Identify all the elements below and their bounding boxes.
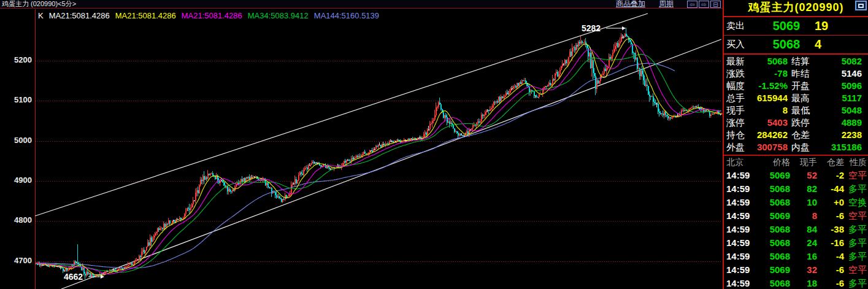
tape-nature: 多平	[845, 236, 868, 250]
tape-time: 14:59	[724, 182, 756, 196]
tape-time: 14:59	[724, 250, 756, 263]
quote-label: 外盘	[724, 141, 752, 153]
tape-nature: 空平	[845, 209, 868, 223]
tape-time: 14:59	[724, 277, 756, 289]
quote-value: 5048	[824, 104, 863, 117]
chart-canvas[interactable]: 52824662	[0, 9, 723, 289]
tape-position-change: -38	[818, 223, 845, 236]
quote-label: 昨结	[789, 67, 824, 80]
panel-title: 鸡蛋主力(020990)	[748, 1, 843, 13]
tape-table-header: 北京价格现手仓差性质	[724, 156, 868, 169]
tape-position-change: -6	[818, 209, 845, 223]
quote-row: 涨停5403跌停4889	[724, 117, 868, 129]
tape-price: 5069	[756, 263, 791, 277]
svg-text:4662: 4662	[64, 272, 83, 282]
svg-text:5282: 5282	[582, 23, 601, 33]
quote-label: 仓差	[789, 129, 824, 141]
tape-position-change: -2	[818, 169, 845, 182]
tape-volume: 32	[791, 263, 818, 277]
quote-value: 315186	[824, 141, 863, 153]
quote-panel-header: 鸡蛋主力(020990)	[724, 0, 868, 17]
tape-nature: 多平	[845, 250, 868, 263]
tape-price: 5069	[756, 169, 791, 182]
tape-volume: 16	[791, 250, 818, 263]
tape-time: 14:59	[724, 263, 756, 277]
quote-row: 现手8最低5048	[724, 104, 868, 117]
tape-table: 14:59506952-2空平14:59506882-44多平14:595068…	[724, 169, 868, 289]
ask-quantity: 19	[815, 19, 828, 33]
ma-lines	[36, 39, 721, 276]
trend-channel	[35, 13, 721, 289]
tape-time: 14:59	[724, 169, 756, 182]
candles	[36, 28, 723, 279]
quote-value: 4889	[824, 117, 863, 129]
tape-position-change: -4	[818, 250, 845, 263]
forward-arrow-icon[interactable]: ⇨	[699, 1, 709, 8]
y-axis-label: 5100	[1, 95, 32, 104]
quote-row: 持仓284262仓差2238	[724, 129, 868, 141]
quote-label: 开盘	[789, 80, 824, 92]
quote-value: 615944	[752, 92, 789, 104]
ma-legend-item: MA21:5081.4286	[182, 11, 242, 20]
quote-row: 涨跌-78昨结5146	[724, 67, 868, 80]
maximize-icon[interactable]	[855, 1, 867, 10]
quote-label: 总手	[724, 92, 752, 104]
bid-row[interactable]: 买入 5068 4	[724, 36, 868, 55]
tape-row: 14:59506810+0空换	[724, 196, 868, 209]
chart-title: 鸡蛋主力 (020990)<5分>	[2, 0, 76, 9]
commodity-overlay-link[interactable]: 商品叠加	[616, 0, 645, 9]
window-titlebar: 鸡蛋主力 (020990)<5分> 商品叠加 周期 ⇦ ⇨ ⊟	[0, 0, 723, 9]
ma-legend-item: MA21:5081.4286	[49, 11, 110, 20]
quote-value: 5117	[824, 92, 863, 104]
bid-label: 买入	[724, 39, 758, 50]
candlestick-chart[interactable]: 52824662 KMA21:5081.4286MA21:5081.4286MA…	[0, 9, 723, 289]
period-link[interactable]: 周期	[659, 0, 674, 9]
tape-time: 14:59	[724, 236, 756, 250]
titlebar-icon-group: ⇦ ⇨ ⊟	[687, 1, 721, 8]
tape-header-cell: 北京	[724, 156, 756, 169]
tape-volume: 18	[791, 277, 818, 289]
tape-price: 5068	[756, 182, 791, 196]
ma-legend-item: MA21:5081.4286	[115, 11, 176, 20]
quote-label: 最低	[789, 104, 824, 117]
tape-price: 5068	[756, 223, 791, 236]
quote-value: 5146	[824, 67, 863, 80]
back-arrow-icon[interactable]: ⇦	[687, 1, 697, 8]
tape-volume: 10	[791, 196, 818, 209]
quote-label: 涨停	[724, 117, 752, 129]
tape-header-cell: 性质	[845, 156, 868, 169]
quote-value: 300758	[752, 141, 789, 153]
quote-value: 284262	[752, 129, 789, 141]
tape-position-change: +0	[818, 196, 845, 209]
quote-panel: 鸡蛋主力(020990) 卖出 5069 19 买入 5068 4 最新5068…	[723, 0, 868, 289]
quote-row: 幅度-1.52%开盘5096	[724, 80, 868, 92]
bid-price: 5068	[758, 37, 815, 52]
quote-value: 5082	[824, 55, 863, 67]
tape-position-change: -44	[818, 182, 845, 196]
ask-row[interactable]: 卖出 5069 19	[724, 17, 868, 36]
tape-volume: 24	[791, 236, 818, 250]
tape-price: 5068	[756, 196, 791, 209]
y-axis-label: 5200	[1, 55, 32, 64]
ma-legend-item: MA144:5160.5139	[314, 11, 379, 20]
ma-legend-item: MA34:5083.9412	[248, 11, 309, 20]
tape-volume: 84	[791, 223, 818, 236]
tape-row: 14:59506882-44多平	[724, 182, 868, 196]
tape-row: 14:59506816-4多平	[724, 250, 868, 263]
titlebar-tools: 商品叠加 周期 ⇦ ⇨ ⊟	[616, 0, 721, 9]
tape-nature: 空换	[845, 196, 868, 209]
quote-value: 8	[752, 104, 789, 117]
tape-price: 5068	[756, 250, 791, 263]
window-split-icon[interactable]: ⊟	[710, 1, 721, 8]
tape-price: 5068	[756, 277, 791, 289]
y-axis-label: 4900	[1, 175, 32, 185]
tape-nature: 多平	[845, 223, 868, 236]
quote-summary-grid: 最新5068结算5082涨跌-78昨结5146幅度-1.52%开盘5096总手6…	[724, 55, 868, 156]
quote-row: 最新5068结算5082	[724, 55, 868, 67]
ask-price: 5069	[758, 19, 815, 33]
tape-header-cell: 仓差	[818, 156, 845, 169]
quote-value: 5403	[752, 117, 789, 129]
ask-label: 卖出	[724, 20, 758, 32]
tape-header-cell: 现手	[791, 156, 818, 169]
tape-row: 14:59506824-16多平	[724, 236, 868, 250]
